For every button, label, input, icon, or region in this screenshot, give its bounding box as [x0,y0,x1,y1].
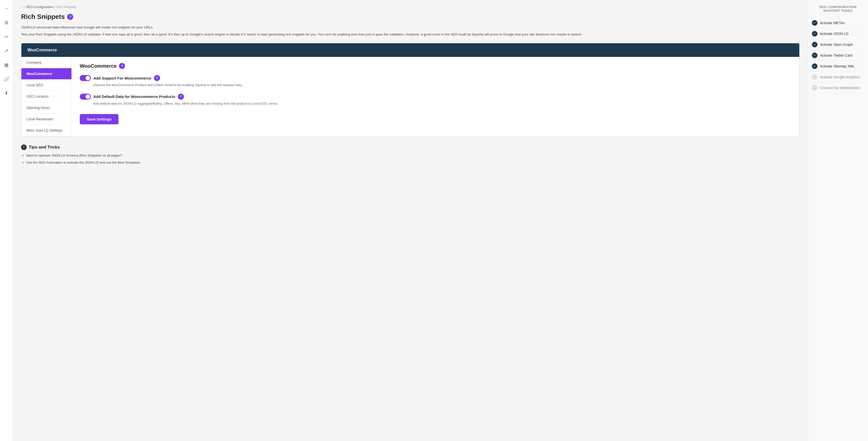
card-header: WooCommerce [21,43,799,57]
task-item-webmasters: Connect the Webmasters [812,83,864,93]
task-label-twitter-card: Activate Twitter Card [820,53,852,57]
inner-content: WooCommerce ? Add Support For Woocommerc… [72,57,799,136]
toggle-woocommerce-support[interactable] [80,75,91,81]
breadcrumb: ⌂ / SEO Configuration / Rich Snippets [21,5,800,9]
right-sidebar: SEO Configuration Mastery Tasks ✓ Activa… [808,0,868,441]
toggle-row-2: Add Default Data for Woocommerce Product… [80,94,791,106]
upload-icon[interactable]: ⬆ [2,89,11,98]
tips-icon: ! [21,145,27,150]
toggle-help-icon-2[interactable]: ? [178,94,184,100]
tips-title-row: ! Tips and Tricks [21,145,800,150]
task-item-sitemap: ✓ Activate Sitemap XML [812,61,864,72]
chart-icon[interactable]: 📈 [2,75,11,84]
inner-help-icon[interactable]: ? [119,63,125,69]
task-item-open-graph: ✓ Activate Open Graph [812,39,864,50]
task-check-json-ld: ✓ [812,31,817,36]
nav-item-woocommerce[interactable]: WooCommerce [21,68,71,80]
breadcrumb-current: Rich Snippets [56,5,76,9]
task-check-open-graph: ✓ [812,42,817,47]
nav-item-more-json-ld[interactable]: More Json-LD Settings [21,125,71,136]
toggle-default-data[interactable] [80,94,91,100]
tips-section: ! Tips and Tricks Want to optimize JSON-… [21,145,800,165]
toggle-row-1: Add Support For Woocommerce ? Improve th… [80,75,791,88]
toggle-help-icon-1[interactable]: ? [154,75,160,81]
breadcrumb-separator-2: / [54,5,55,9]
tip-item-1: Want to optimize JSON-LD Schema (Rich Sn… [26,153,800,158]
breadcrumb-seo[interactable]: SEO Configuration [26,5,53,9]
task-check-metas: ✓ [812,20,817,26]
arrow-icon[interactable]: → [2,4,11,13]
page-help-icon[interactable]: ? [67,14,73,20]
inner-title-row: WooCommerce ? [80,63,791,69]
toggle-thumb-1 [86,76,90,80]
nav-item-company[interactable]: Company [21,57,71,68]
inner-title-text: WooCommerce [80,63,117,69]
task-label-google-analytics: Activate Google Analytics [820,75,860,79]
description-2: Test your Rich Snippets using the JSON-L… [21,32,800,37]
task-label-sitemap: Activate Sitemap XML [820,64,855,68]
toggle-track-1 [80,75,91,81]
task-item-google-analytics: Activate Google Analytics [812,72,864,83]
card-body: Company WooCommerce Local SEO GEO Locati… [21,57,799,136]
toggle-label-1: Add Support For Woocommerce [93,76,151,80]
grid-icon[interactable]: ⊞ [2,18,11,27]
toggle-thumb-2 [86,94,90,99]
task-check-twitter-card: ✓ [812,53,817,58]
toggle-label-row-2: Add Default Data for Woocommerce Product… [80,94,791,100]
page-title-row: Rich Snippets ? [21,13,800,21]
inner-nav: Company WooCommerce Local SEO GEO Locati… [21,57,72,136]
bar-icon[interactable]: ▦ [2,60,11,69]
main-content: ⌂ / SEO Configuration / Rich Snippets Ri… [13,0,808,441]
toggle-label-2: Add Default Data for Woocommerce Product… [93,94,175,99]
nav-item-geo-location[interactable]: GEO Location [21,91,71,102]
tips-list: Want to optimize JSON-LD Schema (Rich Sn… [21,153,800,165]
toggle-desc-1: Improve the WooCommerce Product and Orde… [80,83,791,88]
task-check-sitemap: ✓ [812,63,817,69]
toggle-desc-2: Add default data for JSON-LD AggregateRa… [80,101,791,106]
code-icon[interactable]: </> [2,32,11,41]
task-item-json-ld: ✓ Activate JSON-LD [812,28,864,39]
task-item-twitter-card: ✓ Activate Twitter Card [812,50,864,61]
description-1: JSON-LD structured data influences how G… [21,25,800,30]
nav-item-opening-hours[interactable]: Opening Hours [21,102,71,114]
nav-item-local-restaurant[interactable]: Local Restaurant [21,114,71,125]
breadcrumb-separator: / [24,5,25,9]
task-check-google-analytics [812,74,817,80]
task-label-open-graph: Activate Open Graph [820,42,853,47]
toggle-track-2 [80,94,91,100]
share-icon[interactable]: ↗ [2,46,11,55]
right-sidebar-title: SEO Configuration Mastery Tasks [812,5,864,12]
page-title: Rich Snippets [21,13,65,21]
woocommerce-card: WooCommerce Company WooCommerce Local SE… [21,43,800,137]
task-item-metas: ✓ Activate METAs [812,18,864,28]
save-settings-button[interactable]: Save Settings [80,114,119,124]
left-sidebar: → ⊞ </> ↗ ▦ 📈 ⬆ [0,0,13,441]
tip-item-2: Use the SEO Automation to activate the J… [26,160,800,165]
home-icon[interactable]: ⌂ [21,5,23,9]
nav-item-local-seo[interactable]: Local SEO [21,80,71,91]
task-label-metas: Activate METAs [820,21,845,25]
task-label-webmasters: Connect the Webmasters [820,86,860,90]
tips-title-text: Tips and Tricks [29,145,60,150]
toggle-label-row-1: Add Support For Woocommerce ? [80,75,791,81]
task-check-webmasters [812,85,817,91]
task-label-json-ld: Activate JSON-LD [820,32,849,36]
